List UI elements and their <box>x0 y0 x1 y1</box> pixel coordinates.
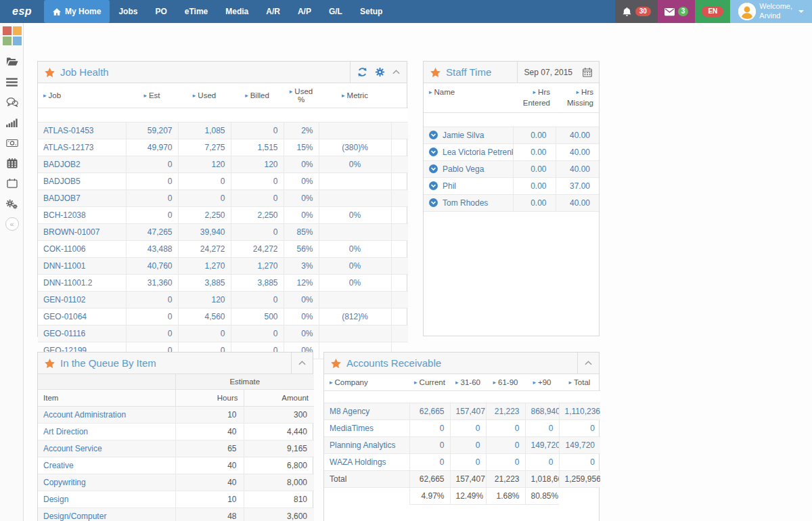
company-link[interactable]: MediaTimes <box>324 420 409 437</box>
money-icon[interactable] <box>0 133 24 153</box>
chevron-circle-down-icon[interactable] <box>429 131 438 139</box>
column-header-used-[interactable]: ▸Used % <box>284 83 319 108</box>
chat-icon[interactable] <box>0 92 24 112</box>
column-header-billed[interactable]: ▸Billed <box>231 83 284 108</box>
item-link[interactable]: Account Administration <box>38 407 175 424</box>
column-header-company[interactable]: ▸Company <box>324 374 409 391</box>
value-cell: 0 <box>231 325 284 342</box>
folder-open-icon[interactable] <box>0 51 24 72</box>
gear-icon[interactable] <box>375 67 385 77</box>
company-link[interactable]: WAZA Holdings <box>324 454 409 471</box>
staff-name-link[interactable]: Jamie Silva <box>424 127 513 144</box>
job-link[interactable]: GEO-01116 <box>38 325 126 342</box>
nav-item-jobs[interactable]: Jobs <box>110 0 146 23</box>
staff-name-link[interactable]: Lea Victoria Petrenko <box>424 144 513 161</box>
job-link[interactable]: BCH-12038 <box>38 207 126 224</box>
column-header-used[interactable]: ▸Used <box>178 83 231 108</box>
job-link[interactable]: COK-11006 <box>38 241 126 258</box>
value-cell: 0 <box>559 454 600 471</box>
item-link[interactable]: Art Direction <box>38 424 175 440</box>
value-cell <box>319 173 391 190</box>
sidebar-collapse-button[interactable]: « <box>0 214 24 234</box>
value-cell: 0 <box>178 173 231 190</box>
column-header-61-90[interactable]: ▸61-90 <box>486 374 525 391</box>
nav-item-a-r[interactable]: A/R <box>257 0 289 23</box>
date-value[interactable]: Sep 07, 2015 <box>524 68 575 77</box>
language-button[interactable]: EN <box>695 0 730 23</box>
column-header-current[interactable]: ▸Current <box>409 374 450 391</box>
nav-item-a-p[interactable]: A/P <box>289 0 320 23</box>
value-cell: 43,488 <box>126 241 178 258</box>
column-header--90[interactable]: ▸+90 <box>525 374 559 391</box>
chevron-circle-down-icon[interactable] <box>429 198 438 207</box>
column-header-31-60[interactable]: ▸31-60 <box>450 374 486 391</box>
notifications-button[interactable]: 30 <box>615 0 658 23</box>
gears-icon[interactable] <box>0 194 24 214</box>
collapse-icon[interactable] <box>585 361 592 365</box>
column-header-hours[interactable]: Hours <box>175 390 244 407</box>
star-icon[interactable] <box>430 68 441 77</box>
staff-name-link[interactable]: Tom Rhodes <box>424 195 513 212</box>
spacer-cell <box>391 224 408 241</box>
chevron-circle-down-icon[interactable] <box>429 181 438 190</box>
main-menu: My HomeJobsPOeTimeMediaA/RA/PG/LSetup <box>44 0 391 23</box>
item-link[interactable]: Creative <box>38 457 175 474</box>
nav-item-etime[interactable]: eTime <box>176 0 217 23</box>
column-header-hrs-entered[interactable]: ▸Hrs Entered <box>513 83 556 113</box>
job-link[interactable]: ATLAS-12173 <box>38 139 126 156</box>
job-link[interactable]: GEN-01102 <box>38 292 126 309</box>
item-link[interactable]: Design/Computer <box>38 508 175 521</box>
item-link[interactable]: Design <box>38 491 175 508</box>
staff-name-link[interactable]: Pablo Vega <box>424 161 513 178</box>
company-link[interactable]: Planning Analytics <box>324 437 409 454</box>
column-header-job[interactable]: ▸Job <box>38 83 126 108</box>
calendar-filled-icon[interactable] <box>0 153 24 173</box>
column-header-hrs-missing[interactable]: ▸Hrs Missing <box>556 83 599 113</box>
collapse-icon[interactable] <box>298 361 306 365</box>
chevron-circle-down-icon[interactable] <box>429 148 438 156</box>
column-header-name[interactable]: ▸Name <box>424 83 513 113</box>
job-link[interactable]: BADJOB5 <box>38 173 126 190</box>
job-link[interactable]: DNN-11001.2 <box>38 275 126 292</box>
item-link[interactable]: Account Service <box>38 440 175 457</box>
messages-button[interactable]: 3 <box>658 0 696 23</box>
nav-item-media[interactable]: Media <box>217 0 257 23</box>
staff-name-link[interactable]: Phil <box>424 178 513 195</box>
panel-title: Staff Time <box>446 66 491 78</box>
column-header-total[interactable]: ▸Total <box>559 374 600 391</box>
nav-item-po[interactable]: PO <box>146 0 175 23</box>
nav-item-setup[interactable]: Setup <box>351 0 391 23</box>
nav-item-g-l[interactable]: G/L <box>320 0 351 23</box>
star-icon[interactable] <box>331 359 341 368</box>
column-header-amount[interactable]: Amount <box>244 390 314 407</box>
item-link[interactable]: Copywriting <box>38 474 175 491</box>
star-icon[interactable] <box>45 68 55 77</box>
job-link[interactable]: DNN-11001 <box>38 258 126 275</box>
company-link[interactable]: M8 Agency <box>324 403 409 420</box>
calendar-icon[interactable] <box>0 173 24 194</box>
job-link[interactable]: GEO-01064 <box>38 309 126 325</box>
column-header-est[interactable]: ▸Est <box>126 83 178 108</box>
nav-item-my-home[interactable]: My Home <box>44 0 110 23</box>
value-cell: 0% <box>319 156 391 173</box>
list-icon[interactable] <box>0 72 24 92</box>
job-link[interactable]: ATLAS-01453 <box>38 122 126 139</box>
column-header-item[interactable]: Item <box>38 390 175 407</box>
job-link[interactable]: BADJOB2 <box>38 156 126 173</box>
value-cell: 0 <box>231 173 284 190</box>
job-link[interactable]: BROWN-01007 <box>38 224 126 241</box>
job-link[interactable]: BADJOB7 <box>38 190 126 207</box>
value-cell: 0 <box>126 156 178 173</box>
value-cell: 0 <box>450 454 486 471</box>
user-menu[interactable]: Welcome, Arvind <box>730 0 812 23</box>
refresh-icon[interactable] <box>357 67 367 77</box>
brand-logo[interactable]: esp <box>0 0 44 23</box>
chevron-circle-down-icon[interactable] <box>429 164 438 173</box>
star-icon[interactable] <box>45 359 55 368</box>
collapse-icon[interactable] <box>392 70 400 74</box>
table-row: DNN-1100140,7601,2701,2703%0% <box>38 258 408 275</box>
apps-grid-icon[interactable] <box>0 26 24 46</box>
calendar-icon[interactable] <box>583 68 592 77</box>
bar-chart-icon[interactable] <box>0 112 24 133</box>
column-header-metric[interactable]: ▸Metric <box>319 83 391 108</box>
